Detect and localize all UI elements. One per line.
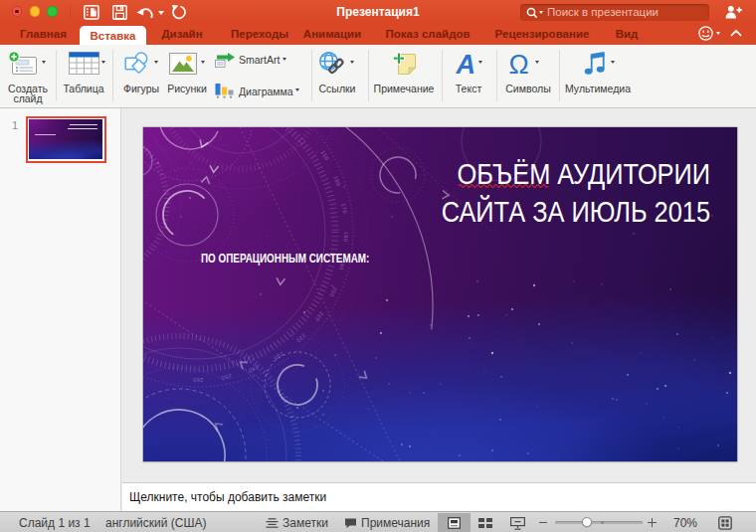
- svg-text:170: 170: [340, 203, 348, 214]
- svg-text:Ω: Ω: [509, 52, 529, 76]
- svg-text:180: 180: [343, 232, 349, 243]
- svg-text:210: 210: [314, 310, 325, 322]
- svg-text:230: 230: [273, 351, 284, 362]
- svg-text:250: 250: [221, 373, 233, 381]
- svg-text:260: 260: [193, 377, 204, 383]
- svg-text:200: 200: [328, 286, 338, 298]
- svg-text:160: 160: [332, 175, 341, 187]
- svg-text:A: A: [456, 52, 476, 76]
- svg-text:150: 150: [319, 149, 330, 161]
